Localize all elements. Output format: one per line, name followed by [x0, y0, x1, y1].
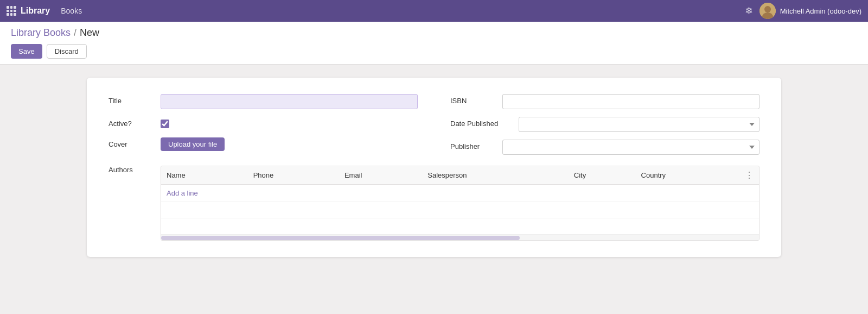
breadcrumb: Library Books / New: [11, 27, 857, 39]
isbn-row: ISBN: [450, 94, 760, 109]
active-field: [161, 117, 418, 130]
col-email: Email: [339, 166, 422, 185]
authors-table: Name Phone Email Salesperson City Countr…: [161, 166, 759, 235]
title-field: [161, 94, 418, 109]
col-phone: Phone: [248, 166, 339, 185]
publisher-row: Publisher: [450, 140, 760, 155]
isbn-input[interactable]: [502, 94, 760, 109]
upload-button[interactable]: Upload your file: [161, 137, 225, 151]
active-row: Active?: [108, 117, 418, 130]
topbar-right: ❄ Mitchell Admin (odoo-dev): [745, 3, 861, 19]
col-salesperson: Salesperson: [422, 166, 569, 185]
add-line-link[interactable]: Add a line: [167, 189, 198, 197]
empty-row-2: [161, 218, 759, 235]
add-line-cell: Add a line: [161, 185, 759, 202]
table-scrollbar-thumb: [161, 236, 520, 240]
title-label: Title: [108, 94, 152, 105]
authors-table-wrapper: Name Phone Email Salesperson City Countr…: [161, 166, 760, 241]
cover-row: Cover Upload your file: [108, 137, 418, 151]
authors-table-header: Name Phone Email Salesperson City Countr…: [161, 166, 759, 185]
cover-field: Upload your file: [161, 137, 418, 151]
breadcrumb-parent[interactable]: Library Books: [11, 27, 71, 39]
date-published-field: [519, 117, 760, 132]
breadcrumb-current: New: [80, 27, 99, 39]
svg-point-1: [764, 6, 771, 12]
form-left: Title Active? Cover Upload your: [108, 94, 418, 155]
form-card: Title Active? Cover Upload your: [87, 78, 781, 257]
main-content: Title Active? Cover Upload your: [0, 65, 868, 314]
grid-icon: [7, 6, 16, 16]
table-options-icon[interactable]: ⋮: [745, 171, 754, 180]
publisher-select[interactable]: [502, 140, 760, 155]
date-published-label: Date Published: [450, 117, 510, 128]
publisher-label: Publisher: [450, 140, 494, 150]
discard-button[interactable]: Discard: [47, 44, 87, 59]
user-menu[interactable]: Mitchell Admin (odoo-dev): [760, 3, 861, 19]
date-published-row: Date Published: [450, 117, 760, 132]
active-checkbox[interactable]: [161, 120, 169, 128]
active-label: Active?: [108, 117, 152, 128]
isbn-field: [502, 94, 760, 109]
topbar: Library Books ❄ Mitchell Admin (odoo-dev…: [0, 0, 868, 22]
isbn-label: ISBN: [450, 94, 494, 105]
publisher-field: [502, 140, 760, 155]
snowflake-icon[interactable]: ❄: [745, 5, 753, 17]
authors-row: Authors Name Phone Email Salesperson Cit…: [108, 166, 760, 241]
date-published-select[interactable]: [519, 117, 760, 132]
save-button[interactable]: Save: [11, 44, 42, 59]
nav-item-books[interactable]: Books: [56, 4, 86, 17]
avatar: [760, 3, 776, 19]
username: Mitchell Admin (odoo-dev): [780, 7, 861, 15]
cover-label: Cover: [108, 137, 152, 148]
title-input[interactable]: [161, 94, 418, 109]
add-line-row: Add a line: [161, 185, 759, 202]
toolbar: Save Discard: [11, 44, 857, 64]
app-name: Library: [21, 6, 50, 16]
authors-label: Authors: [108, 166, 152, 174]
form-body: Title Active? Cover Upload your: [108, 94, 760, 155]
breadcrumb-separator: /: [74, 27, 76, 39]
page-header: Library Books / New Save Discard: [0, 22, 868, 65]
col-actions: ⋮: [739, 166, 759, 185]
app-logo[interactable]: Library: [7, 6, 50, 16]
form-right: ISBN Date Published Publis: [450, 94, 760, 155]
empty-row-1: [161, 202, 759, 218]
title-row: Title: [108, 94, 418, 109]
table-scrollbar[interactable]: [161, 235, 759, 240]
col-city: City: [569, 166, 636, 185]
col-name: Name: [161, 166, 248, 185]
col-country: Country: [636, 166, 739, 185]
